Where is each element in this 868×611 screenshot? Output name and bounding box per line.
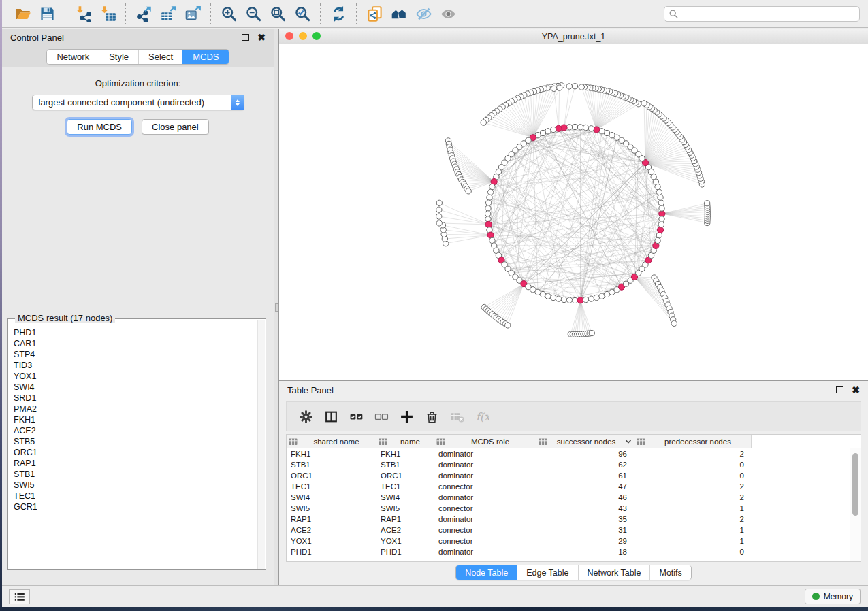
table-row[interactable]: TEC1TEC1connector472	[287, 481, 861, 492]
show-all-icon[interactable]	[436, 3, 460, 24]
network-node[interactable]	[658, 200, 664, 205]
mcds-node[interactable]	[657, 227, 663, 233]
import-network-icon[interactable]	[71, 3, 95, 24]
settings-icon[interactable]	[293, 406, 319, 427]
leaf-node[interactable]	[704, 201, 709, 206]
mcds-result-item[interactable]: ACE2	[14, 425, 258, 436]
mcds-result-list[interactable]: PHD1CAR1STP4TID3YOX1SWI4SRD1PMA2FKH1ACE2…	[9, 323, 258, 569]
tab-network[interactable]: Network	[47, 50, 99, 64]
search-input[interactable]	[681, 8, 854, 20]
mcds-result-item[interactable]: STB1	[14, 469, 258, 480]
leaf-node[interactable]	[436, 214, 442, 219]
mcds-result-item[interactable]: YOX1	[14, 371, 258, 382]
split-columns-icon[interactable]	[319, 406, 344, 427]
table-row[interactable]: FKH1FKH1dominator962	[287, 448, 861, 459]
mcds-result-item[interactable]: SWI5	[14, 480, 258, 491]
mcds-result-item[interactable]: ORC1	[14, 447, 258, 458]
network-node[interactable]	[656, 189, 662, 195]
tab-style[interactable]: Style	[99, 50, 138, 64]
zoom-out-icon[interactable]	[241, 3, 266, 24]
leaf-node[interactable]	[572, 84, 577, 89]
first-neighbors-icon[interactable]	[387, 3, 411, 24]
export-network-icon[interactable]	[131, 3, 156, 24]
network-node[interactable]	[485, 211, 490, 216]
mcds-node[interactable]	[556, 125, 562, 131]
network-node[interactable]	[572, 124, 577, 129]
network-node[interactable]	[485, 216, 491, 222]
leaf-node[interactable]	[466, 188, 471, 194]
tab-edge-table[interactable]: Edge Table	[517, 565, 577, 580]
network-node[interactable]	[551, 127, 556, 132]
mcds-result-item[interactable]: PMA2	[14, 403, 258, 414]
memory-button[interactable]: Memory	[805, 589, 861, 604]
import-table-icon[interactable]	[95, 3, 120, 24]
close-panel-icon[interactable]: ✖	[257, 33, 266, 42]
network-node[interactable]	[659, 216, 664, 222]
network-node[interactable]	[485, 205, 491, 211]
network-node[interactable]	[577, 125, 583, 130]
network-node[interactable]	[594, 295, 599, 300]
tab-mcds[interactable]: MCDS	[182, 50, 228, 64]
leaf-node[interactable]	[481, 120, 486, 125]
leaf-node[interactable]	[436, 200, 442, 205]
mcds-result-item[interactable]: TID3	[14, 360, 258, 371]
network-node[interactable]	[658, 195, 663, 200]
leaf-node[interactable]	[641, 101, 647, 106]
zoom-fit-icon[interactable]	[266, 3, 290, 24]
mcds-node[interactable]	[594, 127, 600, 133]
leaf-node[interactable]	[436, 207, 442, 212]
float-panel-icon[interactable]	[242, 34, 249, 41]
leaf-node[interactable]	[551, 86, 556, 91]
mcds-node[interactable]	[659, 210, 665, 216]
network-node[interactable]	[655, 237, 660, 243]
select-all-icon[interactable]	[344, 406, 369, 427]
network-node[interactable]	[566, 297, 572, 303]
tab-select[interactable]: Select	[138, 50, 182, 64]
tab-motifs[interactable]: Motifs	[649, 565, 690, 580]
mcds-result-scrollbar[interactable]	[257, 320, 265, 569]
float-table-panel-icon[interactable]	[836, 386, 843, 393]
table-scrollbar[interactable]	[850, 448, 861, 561]
network-node[interactable]	[545, 293, 551, 299]
add-row-icon[interactable]	[394, 406, 419, 427]
clone-network-icon[interactable]	[362, 3, 387, 24]
network-node[interactable]	[566, 125, 572, 130]
column-header-MCDS-role[interactable]: MCDS role	[434, 435, 536, 448]
leaf-node[interactable]	[557, 85, 562, 90]
run-mcds-button[interactable]: Run MCDS	[67, 119, 132, 135]
network-node[interactable]	[659, 205, 664, 211]
network-node[interactable]	[551, 295, 556, 300]
zoom-selected-icon[interactable]	[290, 3, 315, 24]
mcds-result-item[interactable]: TEC1	[14, 491, 258, 501]
network-node[interactable]	[583, 125, 588, 130]
network-node[interactable]	[588, 126, 594, 131]
mcds-node[interactable]	[577, 297, 583, 303]
mcds-result-item[interactable]: RAP1	[14, 458, 258, 469]
network-node[interactable]	[487, 189, 493, 195]
table-row[interactable]: YOX1YOX1connector291	[287, 535, 861, 546]
mcds-result-item[interactable]: PHD1	[14, 327, 258, 338]
table-row[interactable]: PHD1PHD1dominator180	[287, 546, 861, 557]
delete-row-icon[interactable]	[419, 406, 445, 427]
mcds-result-item[interactable]: SWI4	[14, 382, 258, 393]
table-row[interactable]: SWI4SWI4dominator462	[287, 492, 861, 503]
network-canvas[interactable]	[279, 44, 868, 380]
export-image-icon[interactable]	[180, 3, 205, 24]
zoom-in-icon[interactable]	[216, 3, 241, 24]
network-node[interactable]	[556, 296, 561, 301]
table-row[interactable]: ACE2ACE2connector311	[287, 525, 861, 535]
network-node[interactable]	[561, 297, 566, 302]
deselect-all-icon[interactable]	[369, 406, 394, 427]
tab-node-table[interactable]: Node Table	[456, 565, 517, 580]
mcds-result-item[interactable]: STP4	[14, 349, 258, 360]
column-header-predecessor-nodes[interactable]: predecessor nodes	[634, 435, 752, 448]
split-pane-divider[interactable]	[274, 29, 278, 585]
optimization-criterion-select[interactable]: largest connected component (undirected)	[32, 95, 244, 110]
table-row[interactable]: ORC1ORC1dominator610	[287, 470, 861, 481]
network-node[interactable]	[489, 184, 495, 189]
table-scrollbar-thumb[interactable]	[852, 453, 858, 516]
mcds-node[interactable]	[485, 221, 492, 227]
leaf-node[interactable]	[505, 323, 511, 328]
task-history-button[interactable]	[9, 589, 30, 604]
close-table-panel-icon[interactable]: ✖	[852, 385, 860, 395]
